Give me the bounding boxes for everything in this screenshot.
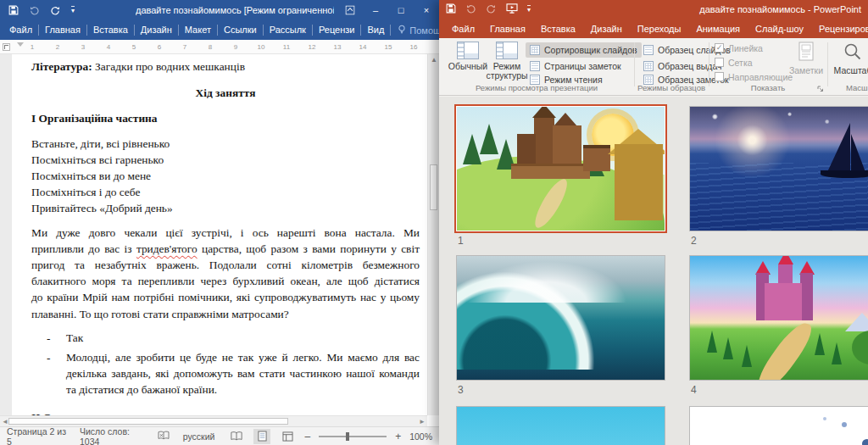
vertical-scrollbar-thumb[interactable] bbox=[430, 164, 437, 210]
slide-thumbnail-3[interactable] bbox=[456, 255, 665, 381]
tab-mailings[interactable]: Рассылк bbox=[264, 25, 313, 36]
tab-slideshow[interactable]: Слайд-шоу bbox=[748, 24, 811, 34]
zoom-button[interactable]: Масштаб bbox=[834, 42, 868, 75]
art-shape bbox=[765, 283, 802, 320]
grid-checkbox[interactable]: Сетка bbox=[715, 56, 753, 69]
ppt-quick-access-toolbar: ▾ bbox=[446, 3, 531, 15]
powerpoint-window: ▾ давайте познайомимось - PowerPoint Фай… bbox=[439, 0, 868, 445]
maximize-button[interactable]: □ bbox=[388, 0, 414, 20]
tab-file[interactable]: Файл bbox=[444, 24, 482, 34]
zoom-in-icon[interactable]: + bbox=[395, 431, 401, 442]
proofing-errors-icon[interactable] bbox=[158, 431, 170, 442]
section-1-heading: І Організаційна частина bbox=[31, 110, 420, 126]
scroll-right-icon[interactable]: ► bbox=[419, 418, 426, 426]
sailboat-illustration bbox=[827, 123, 850, 172]
slide-number: 3 bbox=[458, 384, 464, 396]
customize-qat-icon[interactable]: ▾ bbox=[527, 5, 531, 14]
paragraph-1: Ми дуже довго чекали цієї зустрічі, і ос… bbox=[31, 225, 420, 322]
notes-page-icon bbox=[530, 61, 540, 71]
horizontal-scrollbar-thumb[interactable] bbox=[8, 418, 288, 425]
read-mode-icon[interactable] bbox=[228, 429, 245, 444]
slide-thumbnail-4[interactable] bbox=[689, 255, 868, 381]
art-shape bbox=[723, 337, 733, 359]
doc-line: декілька завдань, які допоможуть вам ста… bbox=[66, 365, 420, 381]
horizontal-scrollbar[interactable]: ◄ ► bbox=[0, 415, 427, 426]
tab-insert[interactable]: Вставка bbox=[87, 25, 135, 36]
slide-number: 1 bbox=[458, 235, 464, 247]
slide-thumbnail-1[interactable] bbox=[456, 106, 665, 231]
tab-review[interactable]: Рецензирование bbox=[811, 24, 868, 34]
guides-checkbox[interactable]: Направляющие bbox=[715, 70, 793, 83]
tab-selector[interactable] bbox=[3, 43, 10, 51]
web-layout-icon[interactable] bbox=[279, 429, 296, 444]
redo-icon[interactable] bbox=[50, 5, 61, 15]
print-layout-icon[interactable] bbox=[253, 429, 270, 444]
slide-sorter-pane[interactable]: 1 2 3 bbox=[439, 97, 868, 445]
notes-button[interactable]: Заметки bbox=[788, 42, 824, 75]
poem-line: Встаньте, діти, всі рівненько bbox=[31, 136, 420, 152]
doc-line: пригод та незабутніх вражень. Подолали с… bbox=[31, 257, 420, 273]
poem-line: Посміхніться ви до мене bbox=[31, 168, 420, 184]
customize-qat-icon[interactable]: ▾ bbox=[71, 6, 75, 14]
close-button[interactable]: × bbox=[414, 0, 439, 20]
tab-home[interactable]: Главная bbox=[39, 25, 87, 36]
redo-icon[interactable] bbox=[486, 3, 497, 15]
normal-view-button[interactable]: Обычный bbox=[448, 42, 488, 71]
checkbox-icon bbox=[715, 72, 724, 81]
ribbon-display-options-icon[interactable] bbox=[337, 0, 363, 20]
zoom-level[interactable]: 100% bbox=[409, 431, 432, 442]
handout-master-icon bbox=[643, 61, 654, 71]
tab-home[interactable]: Главная bbox=[482, 24, 533, 34]
page-indicator[interactable]: Страница 2 из 5 bbox=[7, 426, 66, 445]
poem-line: Посміхніться всі гарненько bbox=[31, 152, 420, 168]
horizontal-ruler[interactable]: 12 34 56 78 910 1112 1314 1516 bbox=[0, 40, 439, 54]
hut-illustration bbox=[615, 144, 662, 221]
group-separator bbox=[709, 42, 709, 86]
undo-icon[interactable] bbox=[29, 5, 40, 15]
section-2-heading: ІІ Основна частина bbox=[31, 409, 420, 415]
tab-view[interactable]: Вид bbox=[361, 25, 391, 36]
tab-transitions[interactable]: Переходы bbox=[630, 24, 689, 34]
checkbox-checked-icon: ✓ bbox=[715, 43, 724, 53]
outline-view-button[interactable]: Режим структуры bbox=[487, 42, 527, 81]
normal-view-icon bbox=[457, 42, 479, 59]
undo-icon[interactable] bbox=[465, 3, 476, 15]
zoom-out-icon[interactable]: – bbox=[304, 431, 310, 442]
dialog-launcher-icon[interactable] bbox=[817, 84, 824, 94]
minimize-button[interactable]: – bbox=[363, 0, 388, 20]
slide-thumbnail-5[interactable] bbox=[456, 406, 665, 445]
castle-illustration bbox=[534, 118, 555, 170]
start-slideshow-icon[interactable] bbox=[506, 3, 518, 15]
ruler-checkbox[interactable]: ✓ Линейка bbox=[715, 42, 763, 54]
word-count[interactable]: Число слов: 1034 bbox=[80, 426, 144, 445]
art-shape bbox=[823, 417, 826, 420]
tab-references[interactable]: Ссылки bbox=[218, 25, 264, 36]
zoom-slider-thumb[interactable] bbox=[346, 432, 349, 441]
scroll-left-icon[interactable]: ◄ bbox=[2, 418, 8, 426]
slide-sorter-button[interactable]: Сортировщик слайдов bbox=[526, 42, 642, 58]
doc-line: Молодці, але зробити це буде не так уже … bbox=[66, 349, 420, 365]
slide-thumbnail-6[interactable] bbox=[689, 406, 868, 445]
save-icon[interactable] bbox=[8, 5, 19, 15]
group-label-zoom: Масш bbox=[827, 83, 868, 92]
slide-thumbnail-2[interactable] bbox=[689, 106, 868, 231]
list-item: - Молодці, але зробити це буде не так уж… bbox=[31, 349, 420, 398]
language-indicator[interactable]: русский bbox=[183, 431, 215, 442]
tab-review[interactable]: Рецензи bbox=[313, 25, 362, 36]
outline-view-icon bbox=[496, 42, 518, 59]
tab-insert[interactable]: Вставка bbox=[533, 24, 583, 34]
tab-layout[interactable]: Макет bbox=[179, 25, 218, 36]
group-separator bbox=[827, 42, 828, 86]
tab-file[interactable]: Файл bbox=[3, 25, 39, 36]
screen: ▾ давайте познайомимось [Режим ограничен… bbox=[0, 0, 868, 445]
statusbar-right: – + 100% bbox=[228, 429, 432, 444]
scroll-up-icon[interactable]: ▲ bbox=[431, 56, 437, 64]
vertical-scrollbar[interactable]: ▲ bbox=[427, 54, 439, 415]
tab-design[interactable]: Дизайн bbox=[583, 24, 630, 34]
document-page[interactable]: Література: Загадки про водних мешканців… bbox=[12, 54, 427, 415]
tab-design[interactable]: Дизайн bbox=[135, 25, 179, 36]
zoom-slider[interactable] bbox=[319, 436, 387, 437]
tab-animations[interactable]: Анимация bbox=[688, 24, 748, 34]
save-icon[interactable] bbox=[446, 3, 456, 15]
poem-block: Встаньте, діти, всі рівненько Посміхніть… bbox=[31, 136, 420, 217]
